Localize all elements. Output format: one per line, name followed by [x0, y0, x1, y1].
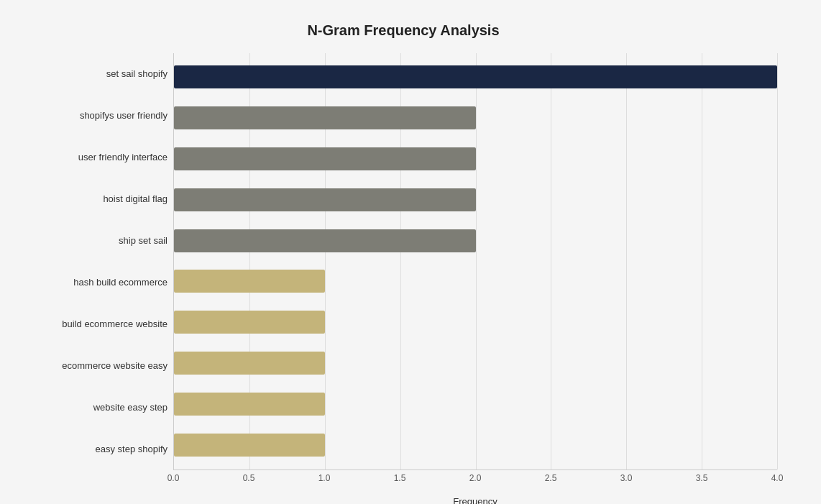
plot-area — [173, 53, 777, 470]
bar-row — [174, 226, 777, 255]
bar-row — [174, 431, 777, 459]
x-tick-label: 1.0 — [318, 473, 331, 483]
y-axis-label: website easy step — [29, 390, 168, 426]
bar-row — [174, 63, 777, 91]
bar-row — [174, 390, 777, 418]
y-axis-label: shopifys user friendly — [29, 98, 168, 134]
x-tick-label: 3.5 — [696, 473, 708, 483]
bar-row — [174, 145, 777, 173]
x-tick-label: 2.0 — [469, 473, 482, 483]
bar — [174, 434, 325, 457]
y-axis-label: easy step shopify — [29, 431, 168, 467]
x-tick-label: 0.0 — [168, 473, 180, 483]
bar — [174, 106, 476, 129]
y-axis-label: hoist digital flag — [29, 181, 168, 217]
bar — [174, 147, 476, 170]
y-axis-label: set sail shopify — [29, 56, 168, 92]
bar — [174, 270, 325, 293]
bar — [174, 352, 325, 375]
x-tick-label: 0.5 — [243, 473, 255, 483]
bar-row — [174, 185, 777, 214]
y-axis-label: hash build ecommerce — [29, 265, 168, 301]
bar-row — [174, 349, 777, 377]
y-axis-label: ecommerce website easy — [29, 348, 168, 384]
bars-area — [174, 53, 777, 469]
bar-row — [174, 308, 777, 336]
x-tick-label: 1.5 — [394, 473, 406, 483]
x-tick-label: 4.0 — [771, 473, 784, 483]
chart-title: N-Gram Frequency Analysis — [29, 22, 777, 39]
bar-row — [174, 267, 777, 295]
bar — [174, 188, 476, 211]
chart-container: N-Gram Frequency Analysis set sail shopi… — [15, 8, 806, 497]
y-axis-label: build ecommerce website — [29, 306, 168, 342]
bar — [174, 229, 476, 252]
x-axis-ticks: 0.00.51.01.52.02.53.03.54.0 — [173, 470, 777, 492]
chart-area: set sail shopifyshopifys user friendlyus… — [29, 53, 777, 470]
x-axis-label: Frequency — [173, 496, 777, 505]
bar-row — [174, 104, 777, 132]
y-axis-labels: set sail shopifyshopifys user friendlyus… — [29, 53, 173, 470]
y-axis-label: user friendly interface — [29, 139, 168, 175]
y-axis-label: ship set sail — [29, 223, 168, 259]
x-tick-label: 2.5 — [545, 473, 557, 483]
bar — [174, 311, 325, 334]
grid-line — [777, 53, 778, 469]
bar — [174, 65, 777, 88]
x-tick-label: 3.0 — [620, 473, 633, 483]
bar — [174, 393, 325, 416]
